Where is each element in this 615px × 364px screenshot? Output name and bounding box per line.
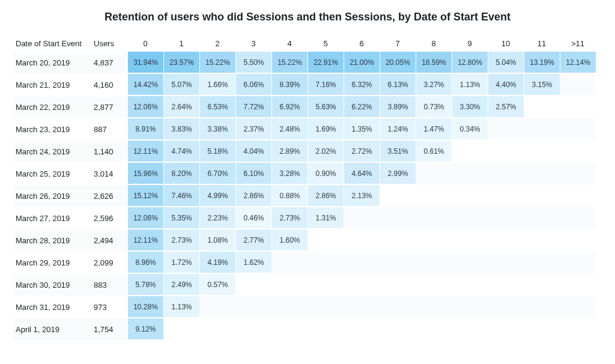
retention-cell[interactable]: 6.53% [199,96,235,118]
retention-cell[interactable]: 1.60% [271,229,308,251]
retention-cell[interactable]: 8.39% [271,74,308,96]
retention-cell[interactable]: 1.08% [199,229,235,251]
retention-cell[interactable]: 2.73% [163,229,199,251]
retention-cell[interactable]: 18.59% [416,52,452,73]
retention-cell[interactable]: 5.18% [199,141,235,162]
retention-cell[interactable]: 2.02% [308,141,344,162]
retention-cell[interactable]: 13.19% [524,52,560,73]
retention-cell[interactable]: 7.46% [163,185,199,207]
retention-cell[interactable]: 3.38% [199,118,235,140]
retention-cell[interactable]: 12.11% [127,229,163,251]
retention-cell[interactable]: 15.22% [199,52,235,73]
retention-cell[interactable]: 6.70% [199,163,235,184]
retention-cell[interactable]: 23.57% [163,52,199,73]
retention-cell[interactable]: 2.86% [235,185,271,207]
date-cell: March 30, 2019 [13,274,91,296]
retention-cell[interactable]: 3.27% [416,74,452,96]
retention-cell[interactable]: 4.64% [344,163,380,184]
retention-cell[interactable]: 2.13% [344,185,380,207]
users-cell: 973 [91,296,127,318]
retention-cell[interactable]: 5.35% [163,207,199,229]
retention-cell[interactable]: 2.48% [271,118,308,140]
empty-cell [380,296,416,318]
retention-cell[interactable]: 2.72% [344,141,380,162]
retention-cell[interactable]: 3.30% [452,96,488,118]
retention-cell[interactable]: 2.73% [271,207,308,229]
retention-cell[interactable]: 0.73% [416,96,452,118]
retention-cell[interactable]: 6.06% [235,74,271,96]
retention-cell[interactable]: 3.83% [163,118,199,140]
retention-cell[interactable]: 4.04% [235,141,271,162]
retention-cell[interactable]: 2.99% [380,163,416,184]
retention-cell[interactable]: 4.19% [199,252,235,273]
retention-cell[interactable]: 2.49% [163,274,199,296]
retention-cell[interactable]: 15.12% [127,185,163,207]
retention-cell[interactable]: 2.77% [235,229,271,251]
retention-cell[interactable]: 12.11% [127,141,163,162]
empty-cell [488,141,524,162]
retention-cell[interactable]: 0.61% [416,141,452,162]
retention-cell[interactable]: 3.51% [380,141,416,162]
retention-cell[interactable]: 0.90% [308,163,344,184]
retention-cell[interactable]: 2.23% [199,207,235,229]
retention-cell[interactable]: 2.57% [488,96,524,118]
retention-cell[interactable]: 21.00% [344,52,380,73]
retention-cell[interactable]: 1.13% [163,296,199,318]
retention-cell[interactable]: 15.22% [271,52,308,73]
retention-cell[interactable]: 5.63% [308,96,344,118]
retention-cell[interactable]: 0.88% [271,185,308,207]
retention-cell[interactable]: 12.06% [127,96,163,118]
retention-cell[interactable]: 8.91% [127,118,163,140]
retention-cell[interactable]: 3.28% [271,163,308,184]
empty-cell [271,252,308,273]
empty-cell [416,252,452,273]
retention-cell[interactable]: 3.89% [380,96,416,118]
retention-cell[interactable]: 1.62% [235,252,271,273]
retention-cell[interactable]: 6.10% [235,163,271,184]
retention-cell[interactable]: 1.24% [380,118,416,140]
retention-cell[interactable]: 5.78% [127,274,163,296]
retention-cell[interactable]: 7.72% [235,96,271,118]
retention-cell[interactable]: 2.64% [163,96,199,118]
retention-cell[interactable]: 1.35% [344,118,380,140]
retention-cell[interactable]: 4.99% [199,185,235,207]
retention-cell[interactable]: 22.91% [308,52,344,73]
retention-cell[interactable]: 5.07% [163,74,199,96]
empty-cell [488,185,524,207]
retention-cell[interactable]: 12.06% [127,207,163,229]
empty-cell [560,229,596,251]
retention-cell[interactable]: 4.74% [163,141,199,162]
retention-cell[interactable]: 8.20% [163,163,199,184]
retention-cell[interactable]: 6.22% [344,96,380,118]
retention-cell[interactable]: 1.69% [308,118,344,140]
retention-cell[interactable]: 12.80% [452,52,488,73]
retention-cell[interactable]: 0.34% [452,118,488,140]
retention-cell[interactable]: 6.92% [271,96,308,118]
retention-cell[interactable]: 10.28% [127,296,163,318]
retention-cell[interactable]: 31.94% [127,52,163,73]
retention-cell[interactable]: 2.86% [308,185,344,207]
empty-cell [380,207,416,229]
retention-cell[interactable]: 4.40% [488,74,524,96]
retention-cell[interactable]: 1.47% [416,118,452,140]
retention-cell[interactable]: 20.05% [380,52,416,73]
retention-cell[interactable]: 1.31% [308,207,344,229]
retention-cell[interactable]: 6.13% [380,74,416,96]
retention-cell[interactable]: 1.13% [452,74,488,96]
retention-cell[interactable]: 5.04% [488,52,524,73]
retention-cell[interactable]: 14.42% [127,74,163,96]
retention-cell[interactable]: 2.37% [235,118,271,140]
retention-cell[interactable]: 9.12% [127,318,163,340]
retention-cell[interactable]: 1.72% [163,252,199,273]
retention-cell[interactable]: 12.14% [560,52,596,73]
retention-cell[interactable]: 0.46% [235,207,271,229]
retention-cell[interactable]: 8.96% [127,252,163,273]
retention-cell[interactable]: 1.66% [199,74,235,96]
retention-cell[interactable]: 2.89% [271,141,308,162]
retention-cell[interactable]: 0.57% [199,274,235,296]
retention-cell[interactable]: 6.32% [344,74,380,96]
retention-cell[interactable]: 3.15% [524,74,560,96]
retention-cell[interactable]: 15.96% [127,163,163,184]
retention-cell[interactable]: 5.50% [235,52,271,73]
retention-cell[interactable]: 7.16% [308,74,344,96]
